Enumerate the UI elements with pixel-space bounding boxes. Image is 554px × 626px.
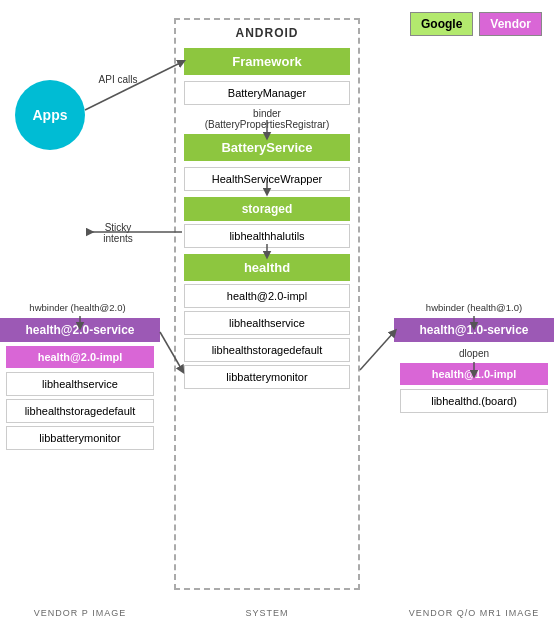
- diagram-container: Google Vendor Apps API calls Stickyinten…: [0, 0, 554, 626]
- left-vendor-lib1: libhealthservice: [6, 372, 154, 396]
- legend: Google Vendor: [410, 12, 542, 36]
- binder-annotation: binder (BatteryPropertiesRegistrar): [176, 108, 358, 130]
- api-calls-annotation: API calls: [88, 74, 148, 85]
- storaged-box: storaged: [184, 197, 350, 221]
- framework-box: Framework: [184, 48, 350, 75]
- healthd-libhealthservice-box: libhealthservice: [184, 311, 350, 335]
- legend-google: Google: [410, 12, 473, 36]
- health-service-wrapper-box: HealthServiceWrapper: [184, 167, 350, 191]
- left-vendor-lib3: libbatterymonitor: [6, 426, 154, 450]
- right-vendor-lib1: libhealthd.(board): [400, 389, 548, 413]
- svg-line-9: [360, 332, 394, 370]
- healthd-box: healthd: [184, 254, 350, 281]
- sticky-intents-text: Stickyintents: [103, 222, 132, 244]
- left-vendor-box: health@2.0-service health@2.0-impl libhe…: [0, 318, 160, 453]
- legend-vendor: Vendor: [479, 12, 542, 36]
- center-section-text: SYSTEM: [245, 608, 288, 618]
- battery-manager-box: BatteryManager: [184, 81, 350, 105]
- hwbinder-right-annotation: hwbinder (health@1.0): [394, 302, 554, 313]
- right-section-label: VENDOR Q/O MR1 IMAGE: [394, 608, 554, 618]
- hwbinder-left-text: hwbinder (health@2.0): [29, 302, 125, 313]
- dlopen-text: dlopen: [459, 348, 489, 359]
- center-section-label: SYSTEM: [174, 608, 360, 618]
- battery-service-box: BatteryService: [184, 134, 350, 161]
- android-content: Framework BatteryManager binder (Battery…: [176, 44, 358, 389]
- left-vendor-lib2: libhealthstoragedefault: [6, 399, 154, 423]
- hwbinder-left-annotation: hwbinder (health@2.0): [0, 302, 155, 313]
- dlopen-annotation: dlopen: [394, 348, 554, 359]
- healthd-health-impl-box: health@2.0-impl: [184, 284, 350, 308]
- libhealthhalutils-box: libhealthhalutils: [184, 224, 350, 248]
- healthd-libstoragedefault-box: libhealthstoragedefault: [184, 338, 350, 362]
- left-vendor-impl: health@2.0-impl: [6, 346, 154, 368]
- apps-label: Apps: [33, 107, 68, 123]
- right-vendor-impl: health@1.0-impl: [400, 363, 548, 385]
- binder-text: binder: [253, 108, 281, 119]
- android-title: ANDROID: [176, 20, 358, 44]
- api-calls-text: API calls: [99, 74, 138, 85]
- healthd-libbattery-box: libbatterymonitor: [184, 365, 350, 389]
- right-section-label-text: VENDOR Q/O MR1 IMAGE: [409, 608, 540, 618]
- android-box: ANDROID Framework BatteryManager binder …: [174, 18, 360, 590]
- left-section-label: VENDOR P IMAGE: [0, 608, 160, 618]
- svg-line-2: [85, 62, 182, 110]
- binder-sub-text: (BatteryPropertiesRegistrar): [205, 119, 329, 130]
- sticky-intents-annotation: Stickyintents: [88, 222, 148, 244]
- left-section-label-text: VENDOR P IMAGE: [34, 608, 126, 618]
- right-vendor-header: health@1.0-service: [394, 318, 554, 342]
- right-vendor-box: health@1.0-service dlopen health@1.0-imp…: [394, 318, 554, 416]
- left-vendor-header: health@2.0-service: [0, 318, 160, 342]
- apps-circle: Apps: [15, 80, 85, 150]
- hwbinder-right-text: hwbinder (health@1.0): [426, 302, 522, 313]
